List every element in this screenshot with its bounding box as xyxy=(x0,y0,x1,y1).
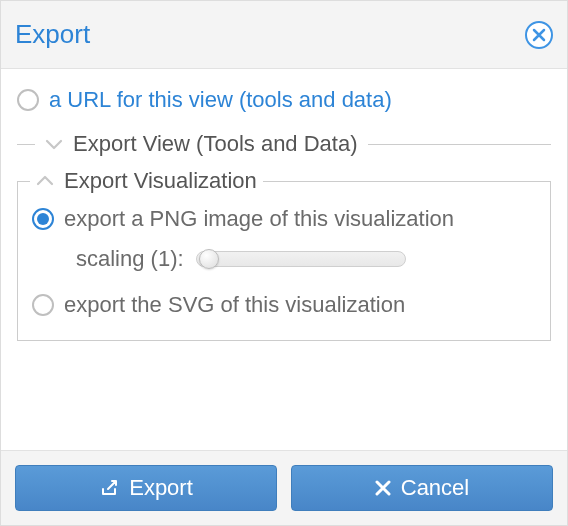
section-export-view-header[interactable]: Export View (Tools and Data) xyxy=(17,131,551,157)
section-export-view: Export View (Tools and Data) Export Visu… xyxy=(17,131,551,341)
cancel-icon xyxy=(375,480,391,496)
option-svg-label: export the SVG of this visualization xyxy=(64,292,405,318)
dialog-title: Export xyxy=(15,19,90,50)
section-export-viz-header[interactable]: Export Visualization xyxy=(30,168,263,194)
export-icon xyxy=(99,478,119,498)
cancel-button[interactable]: Cancel xyxy=(291,465,553,511)
close-icon xyxy=(532,28,546,42)
slider-thumb[interactable] xyxy=(199,249,219,269)
scaling-row: scaling (1): xyxy=(76,246,536,272)
scaling-slider[interactable] xyxy=(196,251,406,267)
section-export-viz-label: Export Visualization xyxy=(64,168,257,194)
option-url-row[interactable]: a URL for this view (tools and data) xyxy=(17,87,551,113)
radio-svg[interactable] xyxy=(32,294,54,316)
option-url-label: a URL for this view (tools and data) xyxy=(49,87,392,113)
cancel-button-label: Cancel xyxy=(401,475,469,501)
dialog-titlebar: Export xyxy=(1,1,567,69)
option-png-row[interactable]: export a PNG image of this visualization xyxy=(32,206,536,232)
export-button[interactable]: Export xyxy=(15,465,277,511)
divider xyxy=(368,144,551,145)
radio-png[interactable] xyxy=(32,208,54,230)
section-export-view-label: Export View (Tools and Data) xyxy=(73,131,358,157)
radio-url[interactable] xyxy=(17,89,39,111)
divider xyxy=(17,144,35,145)
dialog-footer: Export Cancel xyxy=(1,450,567,525)
chevron-up-icon xyxy=(36,175,54,187)
export-dialog: Export a URL for this view (tools and da… xyxy=(0,0,568,526)
close-button[interactable] xyxy=(525,21,553,49)
dialog-body: a URL for this view (tools and data) Exp… xyxy=(1,69,567,450)
chevron-down-icon xyxy=(45,138,63,150)
option-svg-row[interactable]: export the SVG of this visualization xyxy=(32,292,536,318)
scaling-label: scaling (1): xyxy=(76,246,184,272)
option-png-label: export a PNG image of this visualization xyxy=(64,206,454,232)
export-viz-options: export a PNG image of this visualization… xyxy=(32,206,536,318)
export-button-label: Export xyxy=(129,475,193,501)
section-export-viz: Export Visualization export a PNG image … xyxy=(17,181,551,341)
